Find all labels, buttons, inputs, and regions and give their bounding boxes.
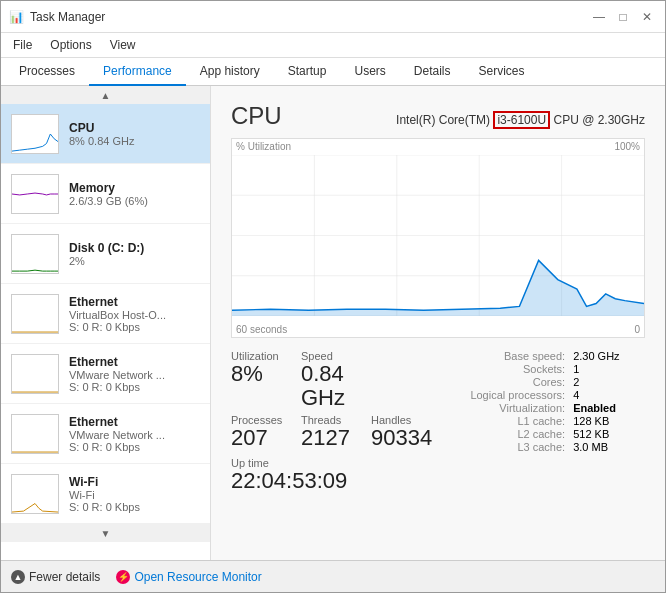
tab-details[interactable]: Details bbox=[400, 58, 465, 86]
specs-panel: Base speed: 2.30 GHz Sockets: 1 Cores: 2… bbox=[445, 350, 645, 493]
cpu-chart: % Utilization 100% 60 seconds 0 bbox=[231, 138, 645, 338]
sidebar-item-memory[interactable]: Memory 2.6/3.9 GB (6%) bbox=[1, 164, 210, 224]
title-controls: — □ ✕ bbox=[589, 7, 657, 27]
menu-view[interactable]: View bbox=[102, 35, 144, 55]
cpu-sidebar-info: CPU 8% 0.84 GHz bbox=[69, 121, 200, 147]
processor-prefix: Intel(R) Core(TM) bbox=[396, 113, 493, 127]
disk-sidebar-title: Disk 0 (C: D:) bbox=[69, 241, 200, 255]
close-button[interactable]: ✕ bbox=[637, 7, 657, 27]
arrow-up-icon: ▲ bbox=[11, 570, 25, 584]
l3-label: L3 cache: bbox=[445, 441, 565, 453]
resource-monitor-icon: ⚡ bbox=[116, 570, 130, 584]
sidebar-item-ethernet2[interactable]: Ethernet VMware Network ... S: 0 R: 0 Kb… bbox=[1, 344, 210, 404]
menu-options[interactable]: Options bbox=[42, 35, 99, 55]
memory-sidebar-info: Memory 2.6/3.9 GB (6%) bbox=[69, 181, 200, 207]
scroll-up[interactable]: ▲ bbox=[1, 86, 210, 104]
fewer-details-label: Fewer details bbox=[29, 570, 100, 584]
tab-services[interactable]: Services bbox=[465, 58, 539, 86]
virt-label: Virtualization: bbox=[445, 402, 565, 414]
minimize-button[interactable]: — bbox=[589, 7, 609, 27]
stat-uptime: Up time 22:04:53:09 bbox=[231, 457, 433, 493]
cpu-mini-graph bbox=[11, 114, 59, 154]
open-resource-monitor-button[interactable]: ⚡ Open Resource Monitor bbox=[116, 570, 261, 584]
ethernet3-sidebar-title: Ethernet bbox=[69, 415, 200, 429]
sockets-label: Sockets: bbox=[445, 363, 565, 375]
tab-app-history[interactable]: App history bbox=[186, 58, 274, 86]
chart-x-label: 60 seconds bbox=[236, 324, 287, 335]
l2-label: L2 cache: bbox=[445, 428, 565, 440]
ethernet2-sidebar-stats: S: 0 R: 0 Kbps bbox=[69, 381, 200, 393]
app-title: Task Manager bbox=[30, 10, 105, 24]
wifi-sidebar-info: Wi-Fi Wi-Fi S: 0 R: 0 Kbps bbox=[69, 475, 200, 513]
tab-processes[interactable]: Processes bbox=[5, 58, 89, 86]
sidebar-item-wifi[interactable]: Wi-Fi Wi-Fi S: 0 R: 0 Kbps bbox=[1, 464, 210, 524]
l1-label: L1 cache: bbox=[445, 415, 565, 427]
sidebar-item-cpu[interactable]: CPU 8% 0.84 GHz bbox=[1, 104, 210, 164]
disk-sidebar-info: Disk 0 (C: D:) 2% bbox=[69, 241, 200, 267]
tab-performance[interactable]: Performance bbox=[89, 58, 186, 86]
chart-y-max: 100% bbox=[614, 141, 640, 152]
uptime-value: 22:04:53:09 bbox=[231, 469, 433, 493]
ethernet1-mini-graph bbox=[11, 294, 59, 334]
logical-value: 4 bbox=[573, 389, 645, 401]
virt-value: Enabled bbox=[573, 402, 645, 414]
wifi-mini-graph bbox=[11, 474, 59, 514]
ethernet3-sidebar-subtitle: VMware Network ... bbox=[69, 429, 200, 441]
ethernet2-sidebar-subtitle: VMware Network ... bbox=[69, 369, 200, 381]
stats-section: Utilization 8% Speed 0.84 GHz Processes … bbox=[231, 350, 645, 493]
sidebar-item-ethernet1[interactable]: Ethernet VirtualBox Host-O... S: 0 R: 0 … bbox=[1, 284, 210, 344]
stat-handles: Handles 90334 bbox=[371, 414, 433, 450]
ethernet3-mini-graph bbox=[11, 414, 59, 454]
menu-file[interactable]: File bbox=[5, 35, 40, 55]
app-icon: 📊 bbox=[9, 10, 24, 24]
chart-x-right: 0 bbox=[634, 324, 640, 335]
memory-sidebar-subtitle: 2.6/3.9 GB (6%) bbox=[69, 195, 200, 207]
bottom-bar: ▲ Fewer details ⚡ Open Resource Monitor bbox=[1, 560, 665, 592]
sidebar-item-disk[interactable]: Disk 0 (C: D:) 2% bbox=[1, 224, 210, 284]
cpu-sidebar-title: CPU bbox=[69, 121, 200, 135]
ethernet2-sidebar-info: Ethernet VMware Network ... S: 0 R: 0 Kb… bbox=[69, 355, 200, 393]
maximize-button[interactable]: □ bbox=[613, 7, 633, 27]
wifi-sidebar-title: Wi-Fi bbox=[69, 475, 200, 489]
stat-processes: Processes 207 bbox=[231, 414, 293, 450]
tab-startup[interactable]: Startup bbox=[274, 58, 341, 86]
processes-value: 207 bbox=[231, 426, 293, 450]
processor-suffix: CPU @ 2.30GHz bbox=[550, 113, 645, 127]
base-speed-value: 2.30 GHz bbox=[573, 350, 645, 362]
processor-info: Intel(R) Core(TM) i3-6100U CPU @ 2.30GHz bbox=[396, 113, 645, 127]
detail-header: CPU Intel(R) Core(TM) i3-6100U CPU @ 2.3… bbox=[231, 102, 645, 130]
open-resource-label: Open Resource Monitor bbox=[134, 570, 261, 584]
stat-empty bbox=[371, 350, 433, 410]
fewer-details-button[interactable]: ▲ Fewer details bbox=[11, 570, 100, 584]
l1-value: 128 KB bbox=[573, 415, 645, 427]
ethernet1-sidebar-subtitle: VirtualBox Host-O... bbox=[69, 309, 200, 321]
ethernet1-sidebar-stats: S: 0 R: 0 Kbps bbox=[69, 321, 200, 333]
wifi-sidebar-subtitle: Wi-Fi bbox=[69, 489, 200, 501]
main-content: ▲ CPU 8% 0.84 GHz bbox=[1, 86, 665, 560]
handles-value: 90334 bbox=[371, 426, 433, 450]
stat-speed: Speed 0.84 GHz bbox=[301, 350, 363, 410]
speed-value: 0.84 GHz bbox=[301, 362, 363, 410]
stat-utilization: Utilization 8% bbox=[231, 350, 293, 410]
utilization-value: 8% bbox=[231, 362, 293, 386]
task-manager-window: 📊 Task Manager — □ ✕ File Options View P… bbox=[0, 0, 666, 593]
logical-label: Logical processors: bbox=[445, 389, 565, 401]
sidebar-item-ethernet3[interactable]: Ethernet VMware Network ... S: 0 R: 0 Kb… bbox=[1, 404, 210, 464]
scroll-down[interactable]: ▼ bbox=[1, 524, 210, 542]
processor-highlight: i3-6100U bbox=[493, 111, 550, 129]
l3-value: 3.0 MB bbox=[573, 441, 645, 453]
base-speed-label: Base speed: bbox=[445, 350, 565, 362]
tab-users[interactable]: Users bbox=[340, 58, 399, 86]
disk-sidebar-subtitle: 2% bbox=[69, 255, 200, 267]
threads-value: 2127 bbox=[301, 426, 363, 450]
ethernet3-sidebar-info: Ethernet VMware Network ... S: 0 R: 0 Kb… bbox=[69, 415, 200, 453]
wifi-sidebar-stats: S: 0 R: 0 Kbps bbox=[69, 501, 200, 513]
cores-value: 2 bbox=[573, 376, 645, 388]
menu-bar: File Options View bbox=[1, 33, 665, 58]
stat-threads: Threads 2127 bbox=[301, 414, 363, 450]
title-bar: 📊 Task Manager — □ ✕ bbox=[1, 1, 665, 33]
ethernet2-mini-graph bbox=[11, 354, 59, 394]
memory-sidebar-title: Memory bbox=[69, 181, 200, 195]
tabs: Processes Performance App history Startu… bbox=[1, 58, 665, 86]
disk-mini-graph bbox=[11, 234, 59, 274]
